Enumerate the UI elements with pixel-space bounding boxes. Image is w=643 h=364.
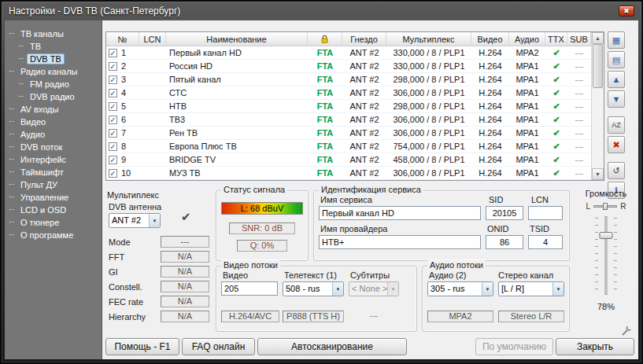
col-header-lcn[interactable]: LCN (139, 32, 166, 46)
channel-sub: --- (567, 153, 591, 166)
sid-field[interactable] (486, 206, 523, 220)
col-header-socket[interactable]: Гнездо (342, 32, 386, 46)
channel-checkbox[interactable]: ✓ (109, 116, 117, 124)
sidebar-item-tv[interactable]: ТВ (5, 40, 102, 53)
defaults-button[interactable]: По умолчанию (475, 338, 553, 355)
provider-name-input[interactable] (319, 235, 481, 249)
wrench-icon[interactable] (621, 325, 633, 336)
close-button[interactable]: ✖ (619, 6, 634, 17)
channel-row-10[interactable]: ✓10МУЗ ТВFTAANT #2306,000 / 8 / PLP1H.26… (106, 167, 591, 180)
tsid-field[interactable] (528, 235, 563, 249)
channel-row-9[interactable]: ✓9BRIDGE TVFTAANT #2458,000 / 8 / PLP1H.… (106, 153, 591, 167)
service-name-input[interactable] (319, 206, 481, 220)
channel-list-edit-button[interactable]: ▦ (608, 31, 625, 49)
col-header-num[interactable]: № (106, 32, 139, 46)
channel-name: BRIDGE TV (166, 153, 308, 166)
scrollbar-track[interactable] (592, 44, 604, 168)
channel-number: 8 (121, 142, 126, 151)
channel-row-6[interactable]: ✓6ТВ3FTAANT #2306,000 / 8 / PLP1H.264MPA… (106, 113, 591, 127)
channel-row-5[interactable]: ✓5НТВFTAANT #2298,000 / 8 / PLP1H.264MPA… (106, 100, 591, 113)
sidebar-item-dvb-radio[interactable]: DVB радио (5, 90, 102, 103)
titlebar[interactable]: Настройки - DVB ТВ (Санкт-Петербург) ✖ (3, 3, 640, 19)
onid-field[interactable] (486, 235, 523, 249)
reset-list-button[interactable]: ↺ (608, 162, 625, 179)
sidebar-item-video[interactable]: Видео (5, 116, 102, 128)
sort-az-button[interactable]: AZ (608, 116, 625, 134)
stereo-select[interactable]: [L / R] ▼ (498, 281, 564, 296)
channel-groups-button[interactable]: ▤ (608, 51, 625, 68)
sidebar-item-tv-channels[interactable]: ТВ каналы (5, 28, 102, 40)
lcn-field[interactable] (528, 206, 563, 220)
sidebar-item-dvb-stream[interactable]: DVB поток (5, 141, 102, 153)
sidebar-item-control[interactable]: Управление (5, 191, 102, 204)
faq-button[interactable]: FAQ онлайн (182, 338, 255, 355)
channel-video-codec: H.264 (471, 86, 509, 99)
sidebar-item-dvb-tv[interactable]: DVB ТВ (5, 53, 102, 65)
move-up-button[interactable]: ▲ (608, 71, 625, 88)
antenna-select[interactable]: ANT #2 ▼ (109, 213, 161, 228)
balance-thumb[interactable] (603, 203, 608, 210)
balance-track[interactable] (593, 205, 617, 208)
volume-slider-thumb[interactable] (600, 232, 613, 239)
help-button[interactable]: Помощь - F1 (105, 338, 179, 355)
col-header-ttx[interactable]: TTX (545, 32, 567, 46)
sidebar-item-timeshift[interactable]: Таймшифт (5, 166, 102, 178)
subtitles-select[interactable]: < None > ▼ (349, 281, 399, 296)
sidebar-item-audio[interactable]: Аудио (5, 128, 102, 141)
sidebar-item-label: О программе (17, 230, 76, 241)
channel-ttx-cell: ✔ (545, 60, 567, 72)
channel-checkbox[interactable]: ✓ (109, 75, 117, 84)
delete-channel-button[interactable]: ✖ (608, 136, 625, 153)
lcn-label: LCN (531, 195, 549, 204)
sidebar-item-radio-channels[interactable]: Радио каналы (5, 65, 102, 78)
sidebar-item-label: Таймшифт (17, 167, 67, 178)
close-dialog-button[interactable]: Закрыть (556, 338, 634, 355)
channel-sub: --- (567, 140, 591, 153)
move-down-button[interactable]: ▼ (608, 90, 625, 108)
channel-checkbox[interactable]: ✓ (109, 129, 117, 138)
sidebar-item-about-tuner[interactable]: О тюнере (5, 216, 102, 229)
col-header-video[interactable]: Видео (471, 32, 509, 46)
volume-slider-track[interactable] (605, 216, 608, 295)
col-header-sub[interactable]: SUB (567, 32, 591, 46)
balance-slider[interactable]: L R (575, 202, 637, 211)
sidebar-item-interface[interactable]: Интерфейс (5, 153, 102, 166)
sidebar-item-about-app[interactable]: О программе (5, 229, 102, 241)
channel-checkbox[interactable]: ✓ (109, 49, 117, 57)
audio-select[interactable]: 305 - rus ▼ (427, 281, 493, 296)
teletext-select[interactable]: 508 - rus ▼ (283, 281, 344, 296)
volume-slider[interactable] (593, 216, 619, 295)
channel-checkbox[interactable]: ✓ (109, 102, 117, 111)
channel-checkbox[interactable]: ✓ (109, 156, 117, 164)
scroll-down-button[interactable]: ▼ (592, 168, 604, 180)
col-header-audio[interactable]: Аудио (509, 32, 545, 46)
scrollbar-thumb[interactable] (593, 44, 603, 88)
apply-antenna-button[interactable]: ✔ (181, 210, 191, 224)
channel-audio-codec: MPA1 (509, 60, 545, 72)
col-header-mux[interactable]: Мультиплекс (386, 32, 471, 46)
sidebar-item-lcd-osd[interactable]: LCD и OSD (5, 204, 102, 216)
channel-checkbox[interactable]: ✓ (109, 142, 117, 151)
channel-row-1[interactable]: ✓1Первый канал HDFTAANT #2330,000 / 8 / … (106, 46, 591, 60)
col-header-encryption[interactable] (308, 32, 342, 46)
settings-window: Настройки - DVB ТВ (Санкт-Петербург) ✖ Т… (0, 0, 643, 364)
channel-checkbox[interactable]: ✓ (109, 169, 117, 178)
sidebar-item-fm-radio[interactable]: FM радио (5, 78, 102, 90)
table-scrollbar[interactable]: ▲ ▼ (591, 32, 604, 180)
channel-checkbox[interactable]: ✓ (109, 89, 117, 97)
channel-row-8[interactable]: ✓8Европа Плюс ТВFTAANT #2754,000 / 8 / P… (106, 140, 591, 153)
channel-row-2[interactable]: ✓2Россия HDFTAANT #2330,000 / 8 / PLP1H.… (106, 60, 591, 73)
sidebar-item-remote-control[interactable]: Пульт ДУ (5, 178, 102, 191)
service-name-label: Имя сервиса (320, 195, 372, 204)
video-pid-input[interactable] (221, 281, 278, 296)
channel-checkbox[interactable]: ✓ (109, 62, 117, 71)
autoscan-button[interactable]: Автосканирование (257, 338, 407, 355)
scroll-up-button[interactable]: ▲ (592, 32, 604, 44)
channel-multiplex: 298,000 / 8 / PLP1 (386, 100, 471, 112)
channel-row-4[interactable]: ✓4СТСFTAANT #2306,000 / 8 / PLP1H.264MPA… (106, 86, 591, 100)
sidebar-item-av-inputs[interactable]: AV входы (5, 103, 102, 116)
channel-row-3[interactable]: ✓3Пятый каналFTAANT #2298,000 / 8 / PLP1… (106, 73, 591, 86)
col-header-name[interactable]: Наименование (166, 32, 308, 46)
channel-row-7[interactable]: ✓7Рен ТВFTAANT #2306,000 / 8 / PLP1H.264… (106, 127, 591, 140)
signal-level-text: L: 68 dBuV (241, 204, 283, 213)
